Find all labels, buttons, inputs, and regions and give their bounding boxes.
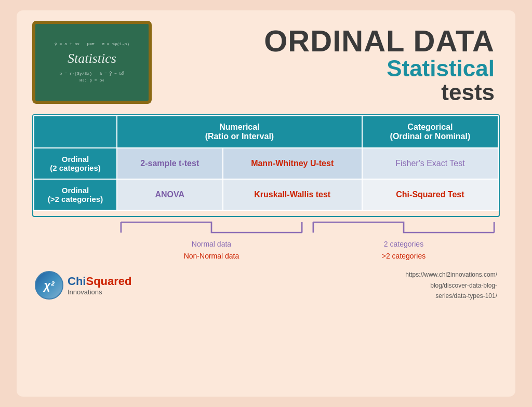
chalkboard-formula-bottom: b = r·(Sy/Sx) ā = ȳ − bx̄ H₀: p = p₀ bbox=[55, 71, 129, 84]
footer: χ² ChiSquared Innovations https://www.ch… bbox=[32, 269, 500, 301]
row1-col3-fishers: Fisher's Exact Test bbox=[362, 148, 498, 179]
row2-label: Ordinal (>2 categories) bbox=[34, 179, 117, 210]
brace-numerical: Normal data Non-Normal data bbox=[115, 220, 308, 262]
chalkboard-formula-top: ŷ = a + bx μ=π σ = √φ(1-p) bbox=[55, 41, 129, 48]
logo-text-group: ChiSquared Innovations bbox=[68, 275, 131, 296]
table-row-ordinal-2plus-cat: Ordinal (>2 categories) ANOVA Kruskall-W… bbox=[34, 179, 498, 210]
brace-categorical-svg bbox=[308, 220, 500, 235]
chalkboard-title: Statistics bbox=[55, 49, 129, 68]
logo-chi: Chi bbox=[68, 275, 86, 288]
logo-area: χ² ChiSquared Innovations bbox=[35, 271, 131, 300]
title-area: ORDINAL DATA Statistical tests bbox=[152, 21, 500, 104]
brace-numerical-svg bbox=[115, 220, 308, 235]
row1-col1-2sample-ttest: 2-sample t-test bbox=[117, 148, 223, 179]
chalkboard-image: ŷ = a + bx μ=π σ = √φ(1-p) Statistics b … bbox=[32, 21, 152, 104]
title-tests: tests bbox=[152, 81, 495, 104]
table-row-ordinal-2cat: Ordinal (2 categories) 2-sample t-test M… bbox=[34, 148, 498, 179]
footer-url: https://www.chi2innovations.com/ blog/di… bbox=[405, 269, 497, 301]
title-ordinal-data: ORDINAL DATA bbox=[152, 26, 495, 56]
row1-label: Ordinal (2 categories) bbox=[34, 148, 117, 179]
logo-squared: Squared bbox=[86, 275, 131, 288]
header: ŷ = a + bx μ=π σ = √φ(1-p) Statistics b … bbox=[32, 21, 500, 104]
th-numerical: Numerical (Ratio or Interval) bbox=[117, 116, 362, 148]
title-statistical: Statistical bbox=[152, 56, 495, 81]
th-empty bbox=[34, 116, 117, 148]
logo-innovations: Innovations bbox=[68, 288, 131, 296]
th-categorical: Categorical (Ordinal or Nominal) bbox=[362, 116, 498, 148]
row2-col1-anova: ANOVA bbox=[117, 179, 223, 210]
main-container: ŷ = a + bx μ=π σ = √φ(1-p) Statistics b … bbox=[17, 10, 515, 397]
brace-numerical-labels: Normal data Non-Normal data bbox=[115, 238, 308, 262]
brace-categorical: 2 categories >2 categories bbox=[308, 220, 500, 262]
row2-col3-chisquared: Chi-Squared Test bbox=[362, 179, 498, 210]
stats-table: Numerical (Ratio or Interval) Categorica… bbox=[33, 115, 499, 211]
brace-categorical-labels: 2 categories >2 categories bbox=[308, 238, 500, 262]
row1-col2-mann-whitney: Mann-Whitney U-test bbox=[223, 148, 362, 179]
row2-col2-kruskall: Kruskall-Wallis test bbox=[223, 179, 362, 210]
brace-area: Normal data Non-Normal data 2 categories… bbox=[32, 220, 500, 262]
chalkboard-content: ŷ = a + bx μ=π σ = √φ(1-p) Statistics b … bbox=[52, 38, 132, 87]
stats-table-wrapper: Numerical (Ratio or Interval) Categorica… bbox=[32, 114, 500, 217]
logo-icon: χ² bbox=[35, 271, 63, 300]
brace-spacer bbox=[32, 220, 115, 262]
